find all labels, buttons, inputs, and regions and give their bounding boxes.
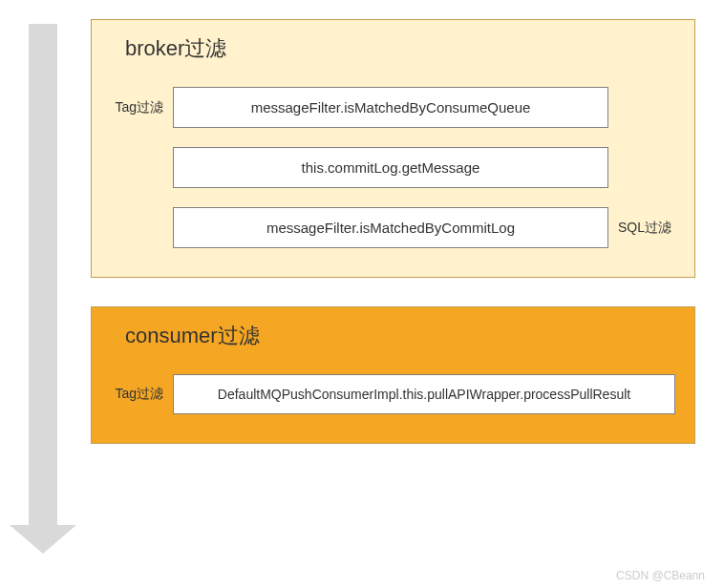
broker-row-2: this.commitLog.getMessage [111,147,675,188]
consumer-panel-title: consumer过滤 [111,322,675,350]
watermark-text: CSDN @CBeann [616,569,705,582]
flow-arrow [10,19,76,554]
content-column: broker过滤 Tag过滤 messageFilter.isMatchedBy… [91,19,695,554]
consumer-box-process-result: DefaultMQPushConsumerImpl.this.pullAPIWr… [173,374,675,414]
broker-box-consume-queue: messageFilter.isMatchedByConsumeQueue [173,87,608,128]
diagram-container: broker过滤 Tag过滤 messageFilter.isMatchedBy… [0,0,724,563]
broker-panel-title: broker过滤 [111,34,675,63]
broker-row-3: messageFilter.isMatchedByCommitLog SQL过滤 [111,207,675,248]
broker-box-commit-log-match: messageFilter.isMatchedByCommitLog [173,207,608,248]
consumer-tag-filter-label: Tag过滤 [111,386,163,403]
broker-row-1: Tag过滤 messageFilter.isMatchedByConsumeQu… [111,87,675,128]
broker-box-commit-log-get: this.commitLog.getMessage [173,147,608,188]
arrow-shaft [29,24,57,525]
sql-filter-label: SQL过滤 [618,220,675,237]
arrow-head-icon [10,525,76,554]
consumer-filter-panel: consumer过滤 Tag过滤 DefaultMQPushConsumerIm… [91,306,695,444]
consumer-row-1: Tag过滤 DefaultMQPushConsumerImpl.this.pul… [111,374,675,414]
tag-filter-label: Tag过滤 [111,99,163,116]
broker-filter-panel: broker过滤 Tag过滤 messageFilter.isMatchedBy… [91,19,695,278]
